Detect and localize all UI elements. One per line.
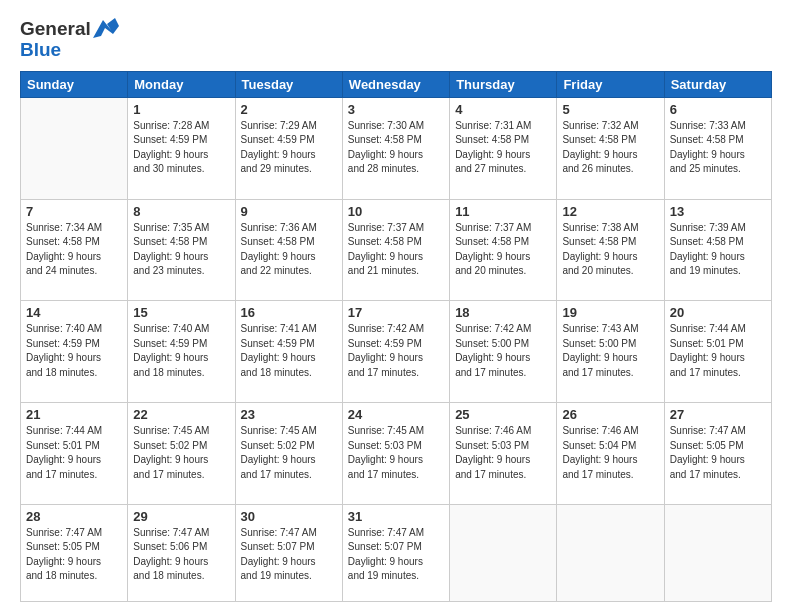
- calendar-cell: 19Sunrise: 7:43 AM Sunset: 5:00 PM Dayli…: [557, 301, 664, 403]
- day-number: 8: [133, 204, 229, 219]
- day-number: 22: [133, 407, 229, 422]
- calendar-cell: 8Sunrise: 7:35 AM Sunset: 4:58 PM Daylig…: [128, 199, 235, 301]
- calendar-cell: 6Sunrise: 7:33 AM Sunset: 4:58 PM Daylig…: [664, 97, 771, 199]
- logo-icon: [93, 16, 119, 42]
- day-number: 17: [348, 305, 444, 320]
- calendar-week-3: 21Sunrise: 7:44 AM Sunset: 5:01 PM Dayli…: [21, 403, 772, 505]
- calendar-cell: 25Sunrise: 7:46 AM Sunset: 5:03 PM Dayli…: [450, 403, 557, 505]
- calendar-cell: 18Sunrise: 7:42 AM Sunset: 5:00 PM Dayli…: [450, 301, 557, 403]
- calendar-cell: 29Sunrise: 7:47 AM Sunset: 5:06 PM Dayli…: [128, 504, 235, 601]
- calendar-cell: 24Sunrise: 7:45 AM Sunset: 5:03 PM Dayli…: [342, 403, 449, 505]
- day-number: 20: [670, 305, 766, 320]
- day-number: 4: [455, 102, 551, 117]
- day-info: Sunrise: 7:40 AM Sunset: 4:59 PM Dayligh…: [133, 322, 229, 380]
- calendar-cell: 30Sunrise: 7:47 AM Sunset: 5:07 PM Dayli…: [235, 504, 342, 601]
- calendar-cell: 22Sunrise: 7:45 AM Sunset: 5:02 PM Dayli…: [128, 403, 235, 505]
- day-info: Sunrise: 7:45 AM Sunset: 5:03 PM Dayligh…: [348, 424, 444, 482]
- calendar-cell: 21Sunrise: 7:44 AM Sunset: 5:01 PM Dayli…: [21, 403, 128, 505]
- day-info: Sunrise: 7:37 AM Sunset: 4:58 PM Dayligh…: [348, 221, 444, 279]
- calendar-header-row: SundayMondayTuesdayWednesdayThursdayFrid…: [21, 71, 772, 97]
- day-number: 10: [348, 204, 444, 219]
- calendar-cell: 2Sunrise: 7:29 AM Sunset: 4:59 PM Daylig…: [235, 97, 342, 199]
- calendar-cell: 26Sunrise: 7:46 AM Sunset: 5:04 PM Dayli…: [557, 403, 664, 505]
- calendar-cell: 1Sunrise: 7:28 AM Sunset: 4:59 PM Daylig…: [128, 97, 235, 199]
- calendar-cell: 14Sunrise: 7:40 AM Sunset: 4:59 PM Dayli…: [21, 301, 128, 403]
- day-info: Sunrise: 7:47 AM Sunset: 5:07 PM Dayligh…: [241, 526, 337, 584]
- col-header-friday: Friday: [557, 71, 664, 97]
- svg-marker-0: [93, 18, 119, 38]
- calendar-cell: 16Sunrise: 7:41 AM Sunset: 4:59 PM Dayli…: [235, 301, 342, 403]
- day-info: Sunrise: 7:32 AM Sunset: 4:58 PM Dayligh…: [562, 119, 658, 177]
- day-info: Sunrise: 7:34 AM Sunset: 4:58 PM Dayligh…: [26, 221, 122, 279]
- day-info: Sunrise: 7:28 AM Sunset: 4:59 PM Dayligh…: [133, 119, 229, 177]
- calendar-cell: 31Sunrise: 7:47 AM Sunset: 5:07 PM Dayli…: [342, 504, 449, 601]
- calendar-cell: 5Sunrise: 7:32 AM Sunset: 4:58 PM Daylig…: [557, 97, 664, 199]
- calendar-cell: 28Sunrise: 7:47 AM Sunset: 5:05 PM Dayli…: [21, 504, 128, 601]
- day-number: 19: [562, 305, 658, 320]
- day-number: 9: [241, 204, 337, 219]
- day-number: 11: [455, 204, 551, 219]
- header: General Blue: [20, 16, 772, 61]
- day-number: 27: [670, 407, 766, 422]
- calendar-week-0: 1Sunrise: 7:28 AM Sunset: 4:59 PM Daylig…: [21, 97, 772, 199]
- day-number: 26: [562, 407, 658, 422]
- day-info: Sunrise: 7:36 AM Sunset: 4:58 PM Dayligh…: [241, 221, 337, 279]
- day-info: Sunrise: 7:39 AM Sunset: 4:58 PM Dayligh…: [670, 221, 766, 279]
- calendar-cell: 13Sunrise: 7:39 AM Sunset: 4:58 PM Dayli…: [664, 199, 771, 301]
- day-info: Sunrise: 7:46 AM Sunset: 5:04 PM Dayligh…: [562, 424, 658, 482]
- day-info: Sunrise: 7:35 AM Sunset: 4:58 PM Dayligh…: [133, 221, 229, 279]
- day-info: Sunrise: 7:30 AM Sunset: 4:58 PM Dayligh…: [348, 119, 444, 177]
- calendar-cell: 4Sunrise: 7:31 AM Sunset: 4:58 PM Daylig…: [450, 97, 557, 199]
- day-info: Sunrise: 7:47 AM Sunset: 5:05 PM Dayligh…: [670, 424, 766, 482]
- page: General Blue SundayMondayTuesdayWednesda…: [0, 0, 792, 612]
- day-number: 12: [562, 204, 658, 219]
- day-info: Sunrise: 7:38 AM Sunset: 4:58 PM Dayligh…: [562, 221, 658, 279]
- day-number: 1: [133, 102, 229, 117]
- day-number: 7: [26, 204, 122, 219]
- day-info: Sunrise: 7:47 AM Sunset: 5:07 PM Dayligh…: [348, 526, 444, 584]
- day-info: Sunrise: 7:40 AM Sunset: 4:59 PM Dayligh…: [26, 322, 122, 380]
- calendar-cell: 15Sunrise: 7:40 AM Sunset: 4:59 PM Dayli…: [128, 301, 235, 403]
- day-info: Sunrise: 7:45 AM Sunset: 5:02 PM Dayligh…: [241, 424, 337, 482]
- day-info: Sunrise: 7:41 AM Sunset: 4:59 PM Dayligh…: [241, 322, 337, 380]
- col-header-thursday: Thursday: [450, 71, 557, 97]
- day-number: 3: [348, 102, 444, 117]
- col-header-monday: Monday: [128, 71, 235, 97]
- day-info: Sunrise: 7:47 AM Sunset: 5:06 PM Dayligh…: [133, 526, 229, 584]
- calendar-cell: [664, 504, 771, 601]
- day-info: Sunrise: 7:45 AM Sunset: 5:02 PM Dayligh…: [133, 424, 229, 482]
- day-info: Sunrise: 7:31 AM Sunset: 4:58 PM Dayligh…: [455, 119, 551, 177]
- day-number: 16: [241, 305, 337, 320]
- day-number: 5: [562, 102, 658, 117]
- calendar-cell: 11Sunrise: 7:37 AM Sunset: 4:58 PM Dayli…: [450, 199, 557, 301]
- day-info: Sunrise: 7:46 AM Sunset: 5:03 PM Dayligh…: [455, 424, 551, 482]
- calendar-cell: 27Sunrise: 7:47 AM Sunset: 5:05 PM Dayli…: [664, 403, 771, 505]
- day-number: 21: [26, 407, 122, 422]
- col-header-saturday: Saturday: [664, 71, 771, 97]
- day-info: Sunrise: 7:43 AM Sunset: 5:00 PM Dayligh…: [562, 322, 658, 380]
- day-info: Sunrise: 7:47 AM Sunset: 5:05 PM Dayligh…: [26, 526, 122, 584]
- day-number: 30: [241, 509, 337, 524]
- day-info: Sunrise: 7:37 AM Sunset: 4:58 PM Dayligh…: [455, 221, 551, 279]
- day-number: 18: [455, 305, 551, 320]
- day-number: 29: [133, 509, 229, 524]
- day-number: 6: [670, 102, 766, 117]
- calendar-cell: [450, 504, 557, 601]
- day-info: Sunrise: 7:44 AM Sunset: 5:01 PM Dayligh…: [26, 424, 122, 482]
- day-info: Sunrise: 7:44 AM Sunset: 5:01 PM Dayligh…: [670, 322, 766, 380]
- day-number: 14: [26, 305, 122, 320]
- calendar-cell: 7Sunrise: 7:34 AM Sunset: 4:58 PM Daylig…: [21, 199, 128, 301]
- day-number: 13: [670, 204, 766, 219]
- calendar-table: SundayMondayTuesdayWednesdayThursdayFrid…: [20, 71, 772, 602]
- day-info: Sunrise: 7:42 AM Sunset: 5:00 PM Dayligh…: [455, 322, 551, 380]
- calendar-cell: 23Sunrise: 7:45 AM Sunset: 5:02 PM Dayli…: [235, 403, 342, 505]
- day-number: 25: [455, 407, 551, 422]
- calendar-week-2: 14Sunrise: 7:40 AM Sunset: 4:59 PM Dayli…: [21, 301, 772, 403]
- col-header-tuesday: Tuesday: [235, 71, 342, 97]
- day-info: Sunrise: 7:29 AM Sunset: 4:59 PM Dayligh…: [241, 119, 337, 177]
- calendar-cell: 9Sunrise: 7:36 AM Sunset: 4:58 PM Daylig…: [235, 199, 342, 301]
- day-number: 15: [133, 305, 229, 320]
- calendar-cell: 17Sunrise: 7:42 AM Sunset: 4:59 PM Dayli…: [342, 301, 449, 403]
- col-header-sunday: Sunday: [21, 71, 128, 97]
- calendar-cell: [21, 97, 128, 199]
